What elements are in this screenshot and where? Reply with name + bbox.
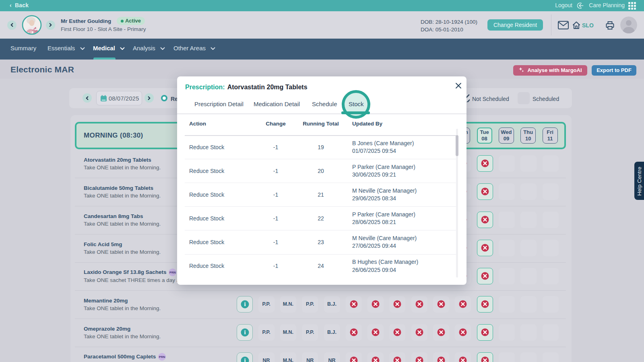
svg-text:i: i	[244, 329, 246, 335]
svg-text:i: i	[244, 357, 246, 362]
svg-text:i: i	[244, 301, 246, 307]
